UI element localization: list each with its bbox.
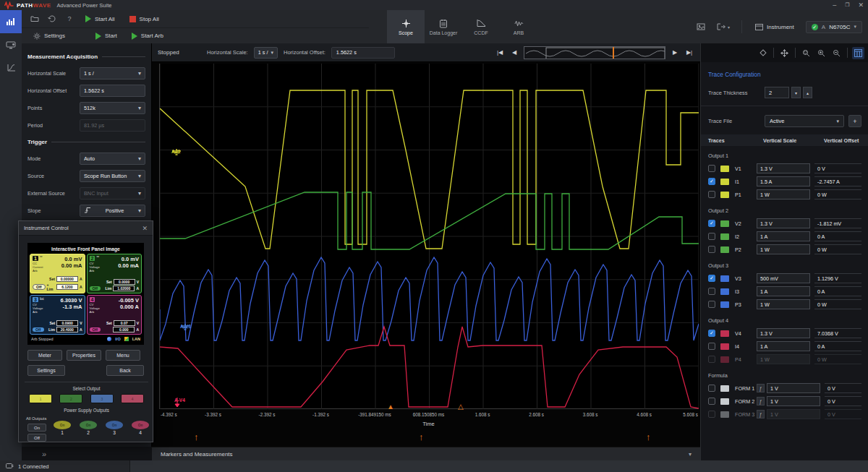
vertical-scale-input[interactable]: 1 W — [757, 244, 810, 254]
marker-diamond-icon[interactable] — [757, 47, 769, 59]
trace-thickness-input[interactable]: 2 — [765, 87, 789, 98]
vertical-offset-input[interactable]: 0 A — [814, 341, 861, 351]
connection-status-tab[interactable]: 1 Connected — [0, 460, 130, 472]
pan-left-button[interactable]: ◀ — [509, 49, 519, 56]
output-1-on-button[interactable]: On — [54, 421, 71, 429]
vertical-scale-input[interactable]: 500 mV — [757, 273, 810, 283]
set-value-box[interactable]: 0.00000 — [56, 276, 78, 282]
screenshot-icon[interactable] — [695, 21, 707, 33]
output-3-on-button[interactable]: On — [106, 421, 123, 429]
formula-edit-button[interactable]: ƒ — [757, 384, 765, 392]
instrument-control-titlebar[interactable]: Instrument Control ✕ — [19, 221, 153, 236]
scope-plot[interactable]: A-I1A-V3A-V4 — [159, 64, 698, 409]
front-panel-image[interactable]: Interactive Front Panel Image 1**0.0 mVC… — [27, 243, 144, 345]
start-arb-button[interactable]: Start Arb — [127, 31, 168, 41]
rail-item-iv-curve[interactable] — [0, 56, 22, 80]
vertical-scale-input[interactable]: 1 V — [767, 383, 820, 393]
zoom-region-icon[interactable] — [800, 47, 812, 59]
instrument-panel-button[interactable]: Instrument — [751, 22, 799, 32]
collapse-chevron-icon[interactable]: ▾ — [689, 451, 692, 458]
vertical-scale-input[interactable]: 1.3 V — [757, 328, 810, 338]
select-output-4-button[interactable]: 4 — [121, 394, 144, 403]
channel-off-button[interactable]: Off — [90, 327, 101, 332]
maximize-button[interactable]: ❐ — [845, 2, 849, 8]
zoom-out-icon[interactable] — [830, 47, 843, 59]
minimize-button[interactable]: – — [833, 2, 836, 8]
add-trace-file-button[interactable]: + — [848, 115, 861, 127]
source-select[interactable]: Scope Run Button▾ — [80, 170, 145, 182]
channel-1-display[interactable]: 1**0.0 mVCCCurrentArb0.00 mASet0.00000AO… — [30, 254, 85, 293]
limit-value-box[interactable]: 20.4000 — [56, 327, 78, 332]
mode-select[interactable]: Auto▾ — [80, 153, 145, 165]
trace-file-select[interactable]: Active ▾ — [765, 115, 844, 127]
vertical-scale-input[interactable]: 1 V — [767, 396, 820, 406]
select-output-3-button[interactable]: 3 — [90, 394, 114, 403]
arb-trigger-arrow-icon[interactable]: ↑ — [419, 432, 424, 442]
close-icon[interactable]: ✕ — [142, 225, 148, 232]
close-button[interactable]: ✕ — [858, 2, 864, 8]
tab-data-logger[interactable]: Data Logger — [425, 10, 462, 43]
output-4-on-button[interactable]: On — [132, 421, 149, 429]
channel-off-button[interactable]: Off — [33, 327, 44, 332]
minimap-cursor[interactable] — [613, 47, 614, 59]
vertical-offset-input[interactable]: 0 V — [825, 396, 861, 406]
limit-value-box[interactable]: 1.02000 — [113, 286, 135, 291]
slope-select[interactable]: Positive▾ — [80, 205, 145, 217]
horizontal-offset-input[interactable]: 1.5622 s — [331, 47, 395, 59]
formula-edit-button[interactable]: ƒ — [757, 397, 765, 406]
vertical-scale-input[interactable]: 1.3 V — [757, 218, 810, 228]
vertical-offset-input[interactable]: -2.7457 A — [814, 176, 861, 186]
vertical-offset-input[interactable]: 0 W — [814, 299, 861, 309]
arb-trigger-arrow-icon[interactable]: ↑ — [194, 432, 199, 442]
trace-checkbox-p3[interactable] — [708, 301, 715, 308]
instrument-control-window[interactable]: Instrument Control ✕ Interactive Front P… — [18, 220, 153, 442]
settings-button[interactable]: Settings — [27, 365, 65, 376]
open-folder-icon[interactable] — [29, 13, 41, 25]
tab-ccdf[interactable]: CCDF — [462, 10, 500, 43]
axis-marker-icon[interactable]: △ — [458, 403, 464, 411]
channel-3-display[interactable]: 3loc6.3030 VCVVoltageArb-1.3 mASet0.0900… — [30, 295, 85, 335]
arb-trigger-arrow-icon[interactable]: ↑ — [646, 432, 651, 442]
vertical-offset-input[interactable]: 0 V — [825, 383, 861, 393]
vertical-scale-input[interactable]: 1 W — [757, 189, 810, 199]
all-outputs-on-button[interactable]: On — [27, 424, 46, 432]
trace-checkbox-p1[interactable] — [708, 191, 715, 198]
thickness-increment-button[interactable]: ▴ — [803, 87, 812, 98]
trace-checkbox-i2[interactable] — [708, 233, 715, 240]
trace-checkbox-i3[interactable] — [708, 288, 715, 295]
pan-right-button[interactable]: ▶ — [670, 49, 680, 56]
vertical-offset-input[interactable]: 1.1296 V — [814, 273, 861, 283]
vertical-scale-input[interactable]: 1.3 V — [757, 163, 810, 173]
expand-panel-button[interactable]: » — [42, 450, 46, 458]
horizontal-offset-input[interactable]: 1.5622 s — [80, 85, 145, 97]
select-output-1-button[interactable]: 1 — [29, 394, 52, 403]
set-value-box[interactable]: 0.07 — [114, 320, 135, 326]
set-value-box[interactable]: 0.0900 — [56, 320, 78, 326]
zoom-in-icon[interactable] — [815, 47, 827, 59]
vertical-offset-input[interactable]: -1.812 mV — [814, 218, 861, 228]
vertical-offset-input[interactable]: 0 A — [814, 231, 861, 241]
jump-end-button[interactable]: ▶| — [684, 49, 694, 56]
vertical-offset-input[interactable]: 0 W — [814, 189, 861, 199]
vertical-offset-input[interactable]: 0 A — [814, 286, 861, 296]
tab-arb[interactable]: ARB — [500, 10, 537, 43]
waveform-minimap[interactable] — [524, 46, 665, 59]
back-button[interactable]: Back — [106, 365, 144, 376]
trace-checkbox-i1[interactable]: ✓ — [708, 178, 715, 185]
trace-checkbox-v4[interactable]: ✓ — [708, 330, 715, 337]
set-value-box[interactable]: 0.0000 — [114, 279, 135, 285]
vertical-offset-input[interactable]: 0 V — [814, 163, 861, 173]
points-select[interactable]: 512k▾ — [80, 102, 145, 114]
rail-item-waveform[interactable] — [0, 10, 22, 33]
help-button[interactable]: ? — [64, 13, 75, 25]
trace-checkbox-v3[interactable]: ✓ — [708, 275, 715, 282]
vertical-offset-input[interactable]: 7.0368 V — [814, 328, 861, 338]
horizontal-scale-select[interactable]: 1 s /▾ — [80, 67, 145, 80]
restore-session-icon[interactable] — [46, 13, 58, 25]
vertical-scale-input[interactable]: 1 A — [757, 341, 810, 351]
thickness-decrement-button[interactable]: ▾ — [791, 87, 801, 98]
export-menu-button[interactable]: ▾ — [714, 21, 733, 33]
rail-item-instrument[interactable] — [0, 33, 22, 56]
markers-measurements-bar[interactable]: Markers and Measurements ▾ — [152, 447, 700, 460]
trace-checkbox-v1[interactable] — [708, 165, 715, 172]
